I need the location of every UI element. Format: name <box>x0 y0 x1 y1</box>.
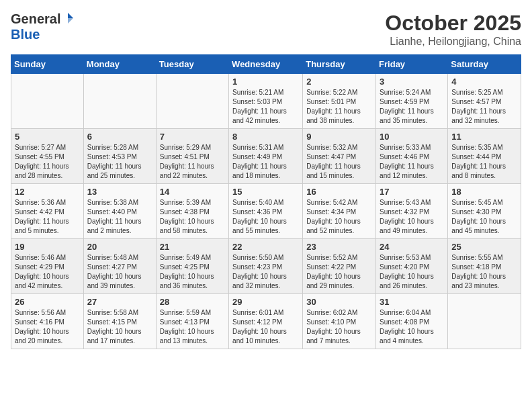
day-info: Sunrise: 5:35 AM Sunset: 4:44 PM Dayligh… <box>451 143 517 181</box>
day-info: Sunrise: 5:33 AM Sunset: 4:46 PM Dayligh… <box>380 143 444 181</box>
logo: General Blue <box>11 11 74 42</box>
calendar-empty-cell <box>11 74 84 129</box>
day-info: Sunrise: 5:46 AM Sunset: 4:29 PM Dayligh… <box>15 253 80 291</box>
calendar-day-28: 28Sunrise: 5:59 AM Sunset: 4:13 PM Dayli… <box>156 294 228 349</box>
day-info: Sunrise: 5:38 AM Sunset: 4:40 PM Dayligh… <box>87 198 152 236</box>
day-info: Sunrise: 5:36 AM Sunset: 4:42 PM Dayligh… <box>15 198 80 236</box>
weekday-header-thursday: Thursday <box>303 55 376 74</box>
day-info: Sunrise: 5:56 AM Sunset: 4:16 PM Dayligh… <box>15 308 80 346</box>
day-number: 9 <box>306 132 372 142</box>
calendar-day-29: 29Sunrise: 6:01 AM Sunset: 4:12 PM Dayli… <box>229 294 303 349</box>
weekday-header-monday: Monday <box>83 55 156 74</box>
day-info: Sunrise: 5:25 AM Sunset: 4:57 PM Dayligh… <box>451 88 517 126</box>
day-number: 30 <box>306 297 372 307</box>
calendar-day-14: 14Sunrise: 5:39 AM Sunset: 4:38 PM Dayli… <box>156 184 228 239</box>
day-number: 12 <box>15 187 80 197</box>
calendar-day-21: 21Sunrise: 5:49 AM Sunset: 4:25 PM Dayli… <box>156 239 228 294</box>
day-info: Sunrise: 5:32 AM Sunset: 4:47 PM Dayligh… <box>306 143 372 181</box>
calendar-day-19: 19Sunrise: 5:46 AM Sunset: 4:29 PM Dayli… <box>11 239 84 294</box>
calendar-day-26: 26Sunrise: 5:56 AM Sunset: 4:16 PM Dayli… <box>11 294 84 349</box>
day-info: Sunrise: 5:42 AM Sunset: 4:34 PM Dayligh… <box>306 198 372 236</box>
calendar-week-row: 26Sunrise: 5:56 AM Sunset: 4:16 PM Dayli… <box>11 294 521 349</box>
weekday-header-row: SundayMondayTuesdayWednesdayThursdayFrid… <box>11 55 521 74</box>
day-number: 20 <box>87 242 152 252</box>
day-number: 19 <box>15 242 80 252</box>
day-number: 10 <box>380 132 444 142</box>
logo-flag-icon <box>62 12 74 27</box>
day-info: Sunrise: 5:52 AM Sunset: 4:22 PM Dayligh… <box>306 253 372 291</box>
logo-blue-text: Blue <box>11 27 40 42</box>
calendar-day-2: 2Sunrise: 5:22 AM Sunset: 5:01 PM Daylig… <box>303 74 376 129</box>
calendar-day-6: 6Sunrise: 5:28 AM Sunset: 4:53 PM Daylig… <box>83 129 156 184</box>
calendar-day-5: 5Sunrise: 5:27 AM Sunset: 4:55 PM Daylig… <box>11 129 84 184</box>
day-info: Sunrise: 5:43 AM Sunset: 4:32 PM Dayligh… <box>380 198 444 236</box>
month-title: October 2025 <box>385 11 521 36</box>
calendar-empty-cell <box>448 294 521 349</box>
day-number: 1 <box>232 77 299 87</box>
day-info: Sunrise: 5:27 AM Sunset: 4:55 PM Dayligh… <box>15 143 80 181</box>
calendar-day-31: 31Sunrise: 6:04 AM Sunset: 4:08 PM Dayli… <box>376 294 448 349</box>
day-info: Sunrise: 5:21 AM Sunset: 5:03 PM Dayligh… <box>232 88 299 126</box>
day-info: Sunrise: 5:53 AM Sunset: 4:20 PM Dayligh… <box>380 253 444 291</box>
weekday-header-tuesday: Tuesday <box>156 55 228 74</box>
day-number: 14 <box>160 187 225 197</box>
calendar-day-15: 15Sunrise: 5:40 AM Sunset: 4:36 PM Dayli… <box>229 184 303 239</box>
day-number: 17 <box>380 187 444 197</box>
calendar-week-row: 19Sunrise: 5:46 AM Sunset: 4:29 PM Dayli… <box>11 239 521 294</box>
calendar-week-row: 12Sunrise: 5:36 AM Sunset: 4:42 PM Dayli… <box>11 184 521 239</box>
day-number: 13 <box>87 187 152 197</box>
location-title: Lianhe, Heilongjiang, China <box>385 36 521 48</box>
day-number: 8 <box>232 132 299 142</box>
day-info: Sunrise: 5:50 AM Sunset: 4:23 PM Dayligh… <box>232 253 299 291</box>
calendar-day-27: 27Sunrise: 5:58 AM Sunset: 4:15 PM Dayli… <box>83 294 156 349</box>
day-info: Sunrise: 5:58 AM Sunset: 4:15 PM Dayligh… <box>87 308 152 346</box>
day-number: 2 <box>306 77 372 87</box>
calendar-day-10: 10Sunrise: 5:33 AM Sunset: 4:46 PM Dayli… <box>376 129 448 184</box>
calendar-day-22: 22Sunrise: 5:50 AM Sunset: 4:23 PM Dayli… <box>229 239 303 294</box>
calendar-day-7: 7Sunrise: 5:29 AM Sunset: 4:51 PM Daylig… <box>156 129 228 184</box>
calendar-day-30: 30Sunrise: 6:02 AM Sunset: 4:10 PM Dayli… <box>303 294 376 349</box>
calendar-day-8: 8Sunrise: 5:31 AM Sunset: 4:49 PM Daylig… <box>229 129 303 184</box>
day-info: Sunrise: 5:49 AM Sunset: 4:25 PM Dayligh… <box>160 253 225 291</box>
day-info: Sunrise: 5:48 AM Sunset: 4:27 PM Dayligh… <box>87 253 152 291</box>
weekday-header-sunday: Sunday <box>11 55 84 74</box>
calendar-day-18: 18Sunrise: 5:45 AM Sunset: 4:30 PM Dayli… <box>448 184 521 239</box>
day-number: 23 <box>306 242 372 252</box>
day-number: 7 <box>160 132 225 142</box>
day-number: 21 <box>160 242 225 252</box>
calendar-day-11: 11Sunrise: 5:35 AM Sunset: 4:44 PM Dayli… <box>448 129 521 184</box>
day-number: 15 <box>232 187 299 197</box>
calendar-week-row: 1Sunrise: 5:21 AM Sunset: 5:03 PM Daylig… <box>11 74 521 129</box>
day-number: 22 <box>232 242 299 252</box>
day-number: 16 <box>306 187 372 197</box>
day-info: Sunrise: 5:39 AM Sunset: 4:38 PM Dayligh… <box>160 198 225 236</box>
calendar-day-12: 12Sunrise: 5:36 AM Sunset: 4:42 PM Dayli… <box>11 184 84 239</box>
weekday-header-friday: Friday <box>376 55 448 74</box>
day-number: 31 <box>380 297 444 307</box>
svg-marker-0 <box>68 13 73 18</box>
day-info: Sunrise: 5:29 AM Sunset: 4:51 PM Dayligh… <box>160 143 225 181</box>
logo-general-text: General <box>11 11 60 27</box>
day-number: 28 <box>160 297 225 307</box>
day-info: Sunrise: 6:02 AM Sunset: 4:10 PM Dayligh… <box>306 308 372 346</box>
day-info: Sunrise: 5:24 AM Sunset: 4:59 PM Dayligh… <box>380 88 444 126</box>
day-info: Sunrise: 5:28 AM Sunset: 4:53 PM Dayligh… <box>87 143 152 181</box>
day-number: 29 <box>232 297 299 307</box>
day-number: 18 <box>451 187 517 197</box>
day-number: 4 <box>451 77 517 87</box>
day-number: 26 <box>15 297 80 307</box>
day-number: 5 <box>15 132 80 142</box>
calendar-empty-cell <box>156 74 228 129</box>
day-info: Sunrise: 5:55 AM Sunset: 4:18 PM Dayligh… <box>451 253 517 291</box>
svg-marker-1 <box>68 18 73 24</box>
day-info: Sunrise: 5:59 AM Sunset: 4:13 PM Dayligh… <box>160 308 225 346</box>
calendar-day-17: 17Sunrise: 5:43 AM Sunset: 4:32 PM Dayli… <box>376 184 448 239</box>
day-info: Sunrise: 5:22 AM Sunset: 5:01 PM Dayligh… <box>306 88 372 126</box>
day-number: 25 <box>451 242 517 252</box>
calendar-day-13: 13Sunrise: 5:38 AM Sunset: 4:40 PM Dayli… <box>83 184 156 239</box>
day-number: 6 <box>87 132 152 142</box>
page-header: General Blue October 2025 Lianhe, Heilon… <box>11 11 521 48</box>
day-info: Sunrise: 5:45 AM Sunset: 4:30 PM Dayligh… <box>451 198 517 236</box>
calendar-day-3: 3Sunrise: 5:24 AM Sunset: 4:59 PM Daylig… <box>376 74 448 129</box>
calendar-day-24: 24Sunrise: 5:53 AM Sunset: 4:20 PM Dayli… <box>376 239 448 294</box>
